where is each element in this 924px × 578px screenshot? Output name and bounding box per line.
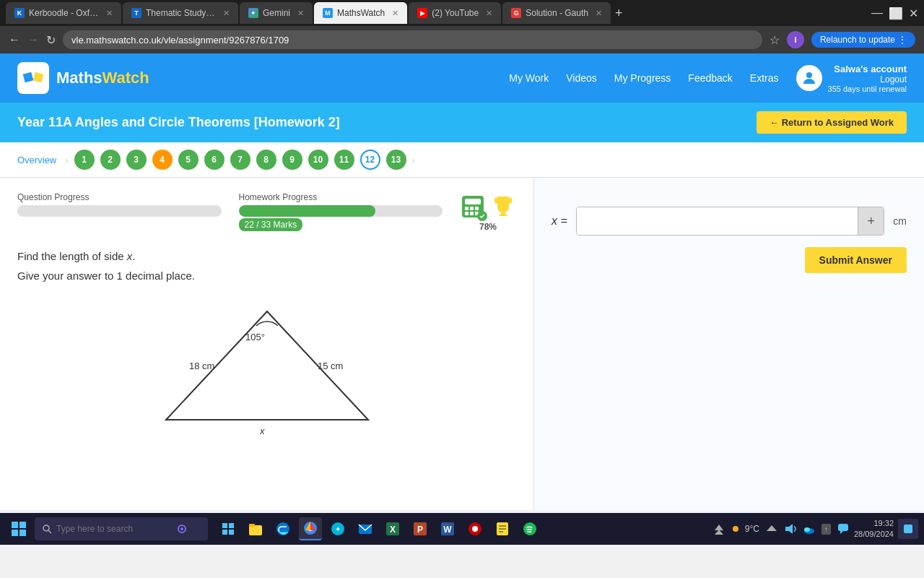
homework-progress-label: Homework Progress [239,192,443,202]
submit-answer-button[interactable]: Submit Answer [805,247,907,273]
chrome2-button[interactable] [463,517,487,540]
main-content: Question Progress Homework Progress 22 /… [0,178,924,510]
question-10-button[interactable]: 10 [308,150,328,170]
profile-button[interactable]: I [787,31,804,48]
overview-link[interactable]: Overview [17,155,56,165]
taskbar-search-input[interactable] [56,524,172,534]
svg-rect-18 [222,523,227,528]
update-button[interactable]: Relaunch to update ⋮ [811,32,915,48]
tab-gemini[interactable]: ✦ Gemini ✕ [240,2,313,24]
svg-rect-0 [23,72,34,83]
checkmark-badge [477,211,487,221]
homework-progress-block: Homework Progress 22 / 33 Marks [239,192,443,231]
answer-input[interactable] [577,207,858,235]
word-button[interactable]: W [436,517,459,540]
svg-rect-11 [501,212,505,215]
question-9-button[interactable]: 9 [282,150,302,170]
copilot-button[interactable]: ✦ [326,517,349,540]
tab-favicon-gauth: G [511,8,521,18]
new-tab-button[interactable]: + [615,7,623,20]
nav-my-work[interactable]: My Work [509,72,549,84]
powerpoint-button[interactable]: P [409,517,432,540]
svg-marker-52 [840,531,843,534]
trophy-icon [490,192,516,218]
tab-close-gemini[interactable]: ✕ [297,9,304,18]
svg-rect-23 [249,524,255,527]
excel-icon: X [385,521,401,537]
tab-kerboodle[interactable]: K Kerboodle - Oxfor... ✕ [6,2,121,24]
minimize-button[interactable]: — [871,7,883,20]
question-12-button[interactable]: 12 [360,150,380,170]
question-7-button[interactable]: 7 [230,150,250,170]
back-button[interactable]: ← [9,33,20,46]
svg-point-14 [43,525,49,531]
svg-rect-1 [33,72,44,83]
url-bar[interactable]: vle.mathswatch.co.uk/vle/assignment/9267… [63,30,762,49]
tab-gauth[interactable]: G Solution - Gauth ✕ [502,2,611,24]
forward-button[interactable]: → [27,33,39,46]
file-explorer-button[interactable] [244,517,267,540]
calculator-icon-wrap [460,194,486,220]
question-13-button[interactable]: 13 [386,150,406,170]
question-1-button[interactable]: 1 [74,150,95,170]
updates-icon[interactable]: ↑ [821,524,831,535]
question-11-button[interactable]: 11 [334,150,354,170]
temperature-text: 9°C [745,524,759,534]
tab-close-kerboodle[interactable]: ✕ [106,9,113,18]
assignment-bar: Year 11A Angles and Circle Theorems [Hom… [0,103,924,142]
tab-close-mathswatch[interactable]: ✕ [392,9,398,18]
tab-close-gauth[interactable]: ✕ [596,9,602,18]
task-view-button[interactable] [217,517,240,540]
taskbar-search[interactable] [35,517,208,540]
start-button[interactable] [6,516,32,542]
question-5-button[interactable]: 5 [178,150,199,170]
logo-text-maths: Maths [56,69,103,87]
weather-widget[interactable]: 9°C [729,522,759,535]
logout-link[interactable]: Logout [828,74,907,85]
question-4-button[interactable]: 4 [152,150,173,170]
edge-browser-button[interactable] [271,517,295,540]
logo-text-watch: Watch [103,69,149,87]
bookmark-button[interactable]: ☆ [770,33,780,47]
tab-thematic[interactable]: T Thematic Study: M... ✕ [123,2,238,24]
tab-favicon-youtube: ▶ [417,8,427,18]
edge-icon [275,521,291,537]
nav-feedback[interactable]: Feedback [688,72,732,84]
volume-icon[interactable] [784,522,797,535]
notes-button[interactable] [491,517,514,540]
question-2-button[interactable]: 2 [100,150,121,170]
nav-videos[interactable]: Videos [566,72,597,84]
tab-close-youtube[interactable]: ✕ [486,9,492,18]
question-progress-label: Question Progress [17,192,222,202]
plus-button[interactable]: + [858,207,884,236]
chrome-button[interactable] [299,517,322,540]
question-6-button[interactable]: 6 [204,150,225,170]
chat-icon[interactable] [837,522,850,535]
maximize-button[interactable]: ⬜ [889,7,903,20]
nav-my-progress[interactable]: My Progress [614,72,671,84]
question-line1: Find the length of side x. [17,246,516,266]
tab-youtube[interactable]: ▶ (2) YouTube ✕ [409,2,501,24]
spotify-button[interactable] [518,517,541,540]
close-button[interactable]: ✕ [909,7,918,20]
angle-label: 105° [245,332,265,342]
mail-button[interactable] [354,517,377,540]
powerpoint-icon: P [412,521,428,537]
logo-icon [17,62,49,94]
mathswatch-logo[interactable]: MathsWatch [17,62,149,94]
svg-rect-53 [904,525,912,533]
onedrive-icon[interactable] [803,522,816,535]
return-button[interactable]: ← Return to Assigned Work [757,111,907,134]
excel-button[interactable]: X [381,517,404,540]
chevron-up-icon[interactable] [765,522,778,535]
question-8-button[interactable]: 8 [256,150,276,170]
answer-input-wrap: + [576,207,885,236]
question-3-button[interactable]: 3 [126,150,147,170]
svg-point-38 [472,526,478,532]
tab-close-thematic[interactable]: ✕ [223,9,230,18]
reload-button[interactable]: ↻ [46,33,56,47]
clock-display[interactable]: 19:32 28/09/2024 [854,518,894,540]
notification-center-button[interactable] [898,519,918,539]
tab-mathswatch[interactable]: M MathsWatch ✕ [314,2,407,24]
nav-extras[interactable]: Extras [750,72,779,84]
